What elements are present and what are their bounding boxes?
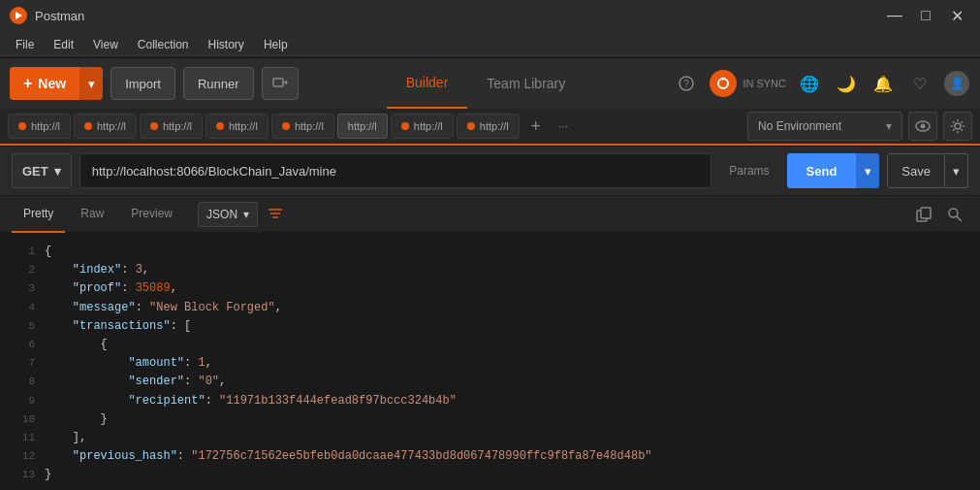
app-logo — [10, 7, 27, 24]
toolbar: + New ▾ Import Runner Builder Team Libra… — [0, 58, 980, 109]
send-button-group: Send ▾ — [787, 153, 880, 188]
svg-point-11 — [955, 123, 961, 129]
send-arrow-button[interactable]: ▾ — [856, 153, 879, 188]
menu-file[interactable]: File — [8, 34, 42, 55]
window-controls: — □ ✕ — [881, 2, 970, 29]
code-line-12: 12 "previous_hash": "172756c71562ee5bfeb… — [0, 447, 980, 466]
tab-dot — [401, 122, 409, 130]
params-button[interactable]: Params — [719, 164, 778, 178]
code-line-3: 3 "proof": 35089, — [0, 279, 980, 298]
plus-icon: + — [23, 75, 32, 92]
code-line-13: 13 } — [0, 466, 980, 484]
code-line-9: 9 "recipient": "11971b133f444efead8f97bc… — [0, 392, 980, 410]
titlebar: Postman — □ ✕ — [0, 0, 980, 31]
code-line-6: 6 { — [0, 336, 980, 354]
new-button[interactable]: + New — [10, 67, 79, 100]
avatar-button[interactable]: 👤 — [943, 70, 970, 97]
more-tabs-button[interactable]: ··· — [553, 119, 574, 133]
new-button-group: + New ▾ — [10, 67, 103, 100]
request-tab-7[interactable]: http://l — [391, 114, 454, 139]
code-line-5: 5 "transactions": [ — [0, 317, 980, 336]
filter-icon[interactable] — [262, 201, 289, 228]
tab-dot — [150, 122, 158, 130]
search-button[interactable] — [941, 201, 968, 228]
code-line-11: 11 ], — [0, 429, 980, 447]
tab-pretty[interactable]: Pretty — [12, 196, 65, 233]
proxy-button[interactable] — [262, 67, 299, 100]
sync-label: IN SYNC — [743, 78, 786, 89]
tab-preview[interactable]: Preview — [119, 196, 184, 233]
tab-dot — [467, 122, 475, 130]
toolbar-right: ? IN SYNC 🌐 🌙 🔔 ♡ 👤 — [673, 70, 970, 97]
new-button-arrow[interactable]: ▾ — [79, 67, 103, 100]
tab-dot — [282, 122, 290, 130]
tab-raw[interactable]: Raw — [69, 196, 115, 233]
svg-rect-1 — [273, 79, 283, 86]
save-button-group: Save ▾ — [887, 153, 968, 188]
maximize-button[interactable]: □ — [912, 2, 939, 29]
format-select[interactable]: JSON ▾ — [198, 202, 258, 227]
notification-icon[interactable]: ? — [673, 70, 700, 97]
request-tab-1[interactable]: http://l — [8, 114, 71, 139]
svg-point-17 — [949, 209, 958, 217]
menu-edit[interactable]: Edit — [46, 34, 81, 55]
send-button[interactable]: Send — [787, 153, 857, 188]
titlebar-left: Postman — [10, 7, 84, 24]
heart-icon[interactable]: ♡ — [906, 70, 933, 97]
request-tab-2[interactable]: http://l — [74, 114, 137, 139]
code-line-10: 10 } — [0, 410, 980, 429]
svg-line-4 — [286, 82, 287, 84]
code-line-8: 8 "sender": "0", — [0, 373, 980, 391]
menu-help[interactable]: Help — [256, 34, 296, 55]
request-tab-4[interactable]: http://l — [205, 114, 269, 139]
moon-icon[interactable]: 🌙 — [833, 70, 860, 97]
svg-text:?: ? — [684, 79, 690, 89]
menu-history[interactable]: History — [201, 34, 252, 55]
svg-point-10 — [921, 124, 926, 129]
tab-dot — [18, 122, 26, 130]
request-tab-3[interactable]: http://l — [140, 114, 203, 139]
proxy-icon — [272, 75, 288, 90]
svg-line-3 — [286, 81, 287, 82]
add-tab-button[interactable]: + — [522, 113, 550, 140]
menu-view[interactable]: View — [85, 34, 126, 55]
bell-icon[interactable]: 🔔 — [869, 70, 897, 97]
gear-icon — [950, 118, 965, 134]
url-input[interactable] — [79, 153, 711, 188]
method-label: GET — [22, 164, 48, 179]
svg-point-8 — [722, 78, 725, 81]
request-tab-8[interactable]: http://l — [457, 114, 520, 139]
import-button[interactable]: Import — [111, 67, 175, 100]
sync-circle — [710, 70, 737, 97]
request-tabs-row: http://l http://l http://l http://l http… — [0, 109, 980, 144]
close-button[interactable]: ✕ — [943, 2, 970, 29]
chevron-down-icon: ▾ — [886, 119, 892, 133]
env-settings-button[interactable] — [943, 112, 972, 141]
globe-icon[interactable]: 🌐 — [796, 70, 823, 97]
copy-button[interactable] — [910, 201, 937, 228]
app-title: Postman — [35, 9, 84, 23]
new-label: New — [38, 76, 66, 91]
request-bar: GET ▾ Params Send ▾ Save ▾ — [0, 146, 980, 196]
menu-collection[interactable]: Collection — [130, 34, 197, 55]
eye-icon — [915, 120, 931, 132]
method-select[interactable]: GET ▾ — [12, 153, 72, 188]
tab-dot — [84, 122, 92, 130]
svg-line-18 — [957, 216, 962, 221]
save-button[interactable]: Save — [887, 153, 945, 188]
tab-builder[interactable]: Builder — [387, 58, 468, 109]
tab-dot — [216, 122, 224, 130]
request-tab-5[interactable]: http://l — [271, 114, 334, 139]
env-eye-button[interactable] — [908, 112, 937, 141]
response-actions — [910, 201, 968, 228]
code-area: 1 { 2 "index": 3, 3 "proof": 35089, 4 "m… — [0, 233, 980, 490]
tab-teamlib[interactable]: Team Library — [467, 58, 585, 109]
code-line-1: 1 { — [0, 243, 980, 261]
save-arrow-button[interactable]: ▾ — [945, 153, 968, 188]
minimize-button[interactable]: — — [881, 2, 908, 29]
request-tab-6[interactable]: http://l — [337, 114, 388, 139]
environment-select[interactable]: No Environment ▾ — [747, 112, 902, 141]
sync-area: IN SYNC — [710, 70, 786, 97]
runner-button[interactable]: Runner — [183, 67, 254, 100]
svg-rect-16 — [921, 208, 931, 218]
